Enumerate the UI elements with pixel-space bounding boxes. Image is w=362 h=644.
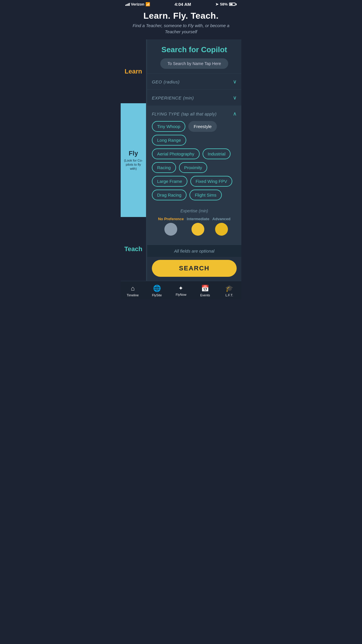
expertise-advanced[interactable]: Advanced <box>212 217 231 236</box>
geo-chevron-down-icon: ∨ <box>233 78 237 85</box>
search-button[interactable]: SEARCH <box>152 260 237 277</box>
main-layout: Learn Fly (Look for Co-pilots to fly wit… <box>121 39 241 281</box>
timeline-label: Timeline <box>127 293 139 297</box>
app-subtitle: Find a Teacher, someone to Fly with, or … <box>126 22 236 35</box>
geo-filter-title: GEO (radius) <box>152 79 180 85</box>
experience-filter-title: EXPERIENCE (min) <box>152 95 194 101</box>
tag-flight-sims[interactable]: Flight Sims <box>189 190 222 200</box>
wifi-icon: 📶 <box>145 2 150 6</box>
expertise-title: Expertise (min) <box>157 208 232 214</box>
bottom-nav: ⌂ Timeline 🌐 FlySite ✦ FlyNow 📅 Events 🎓… <box>121 281 241 299</box>
graduation-icon: 🎓 <box>225 285 233 292</box>
expertise-no-preference[interactable]: No Preference <box>158 217 184 236</box>
tag-industrial[interactable]: Industrial <box>203 148 231 159</box>
header: Learn. Fly. Teach. Find a Teacher, someo… <box>121 8 241 39</box>
nav-lft[interactable]: 🎓 L.F.T. <box>217 284 241 298</box>
status-right: ➤ 58% <box>215 2 237 6</box>
expertise-section: Expertise (min) No Preference Intermedia… <box>152 205 237 240</box>
advanced-toggle[interactable] <box>215 223 228 236</box>
footer-note: All fields are optional <box>147 245 241 257</box>
events-label: Events <box>200 293 210 297</box>
tag-tiny-whoop[interactable]: Tiny Whoop <box>152 121 185 132</box>
status-bar: Verizon 📶 4:04 AM ➤ 58% <box>121 0 241 8</box>
globe-icon: 🌐 <box>153 285 161 292</box>
learn-label: Learn <box>125 68 142 75</box>
sidebar: Learn Fly (Look for Co-pilots to fly wit… <box>121 39 147 281</box>
flying-type-header[interactable]: FLYING TYPE (tap all that apply) ∧ <box>152 111 237 117</box>
expertise-intermediate[interactable]: Intermediate <box>187 217 209 236</box>
battery-percent: 58% <box>220 2 228 6</box>
carrier-label: Verizon <box>131 2 144 6</box>
tag-large-frame[interactable]: Large Frame <box>152 176 187 187</box>
fly-sublabel: (Look for Co-pilots to fly with) <box>123 158 144 171</box>
advanced-label: Advanced <box>212 217 231 221</box>
sidebar-item-fly[interactable]: Fly (Look for Co-pilots to fly with) <box>121 103 147 217</box>
flying-type-section: FLYING TYPE (tap all that apply) ∧ Tiny … <box>147 106 241 245</box>
sidebar-item-learn[interactable]: Learn <box>121 39 147 103</box>
drone-icon: ✦ <box>178 285 183 292</box>
signal-icon <box>125 3 130 6</box>
status-left: Verizon 📶 <box>125 2 150 6</box>
lft-label: L.F.T. <box>225 293 233 297</box>
tag-long-range[interactable]: Long Range <box>152 135 186 146</box>
experience-filter-section: EXPERIENCE (min) ∨ <box>147 90 241 106</box>
expertise-options: No Preference Intermediate Advanced <box>157 217 232 236</box>
fly-label: Fly <box>129 150 138 157</box>
geo-filter-header[interactable]: GEO (radius) ∨ <box>152 78 237 85</box>
intermediate-toggle[interactable] <box>191 223 204 236</box>
tag-freestyle[interactable]: Freestyle <box>188 121 217 132</box>
no-preference-label: No Preference <box>158 217 184 221</box>
nav-events[interactable]: 📅 Events <box>193 284 217 298</box>
tag-proximity[interactable]: Proximity <box>179 162 208 173</box>
location-icon: ➤ <box>215 2 219 6</box>
tag-aerial-photography[interactable]: Aerial Photography <box>152 148 200 159</box>
intermediate-label: Intermediate <box>187 217 209 221</box>
geo-filter-section: GEO (radius) ∨ <box>147 74 241 90</box>
app-title: Learn. Fly. Teach. <box>126 11 236 21</box>
experience-chevron-down-icon: ∨ <box>233 94 237 101</box>
tag-fixed-wing-fpv[interactable]: Fixed Wing FPV <box>190 176 232 187</box>
no-preference-toggle[interactable] <box>164 223 177 236</box>
content-area: Search for Copilot To Search by Name Tap… <box>147 39 241 281</box>
search-title: Search for Copilot <box>152 45 237 54</box>
nav-flynow[interactable]: ✦ FlyNow <box>169 284 193 298</box>
nav-timeline[interactable]: ⌂ Timeline <box>121 284 145 298</box>
flying-type-title: FLYING TYPE (tap all that apply) <box>152 111 217 117</box>
search-by-name-button[interactable]: To Search by Name Tap Here <box>160 58 228 69</box>
tag-drag-racing[interactable]: Drag Racing <box>152 190 187 200</box>
home-icon: ⌂ <box>131 285 135 292</box>
search-section: Search for Copilot To Search by Name Tap… <box>147 39 241 74</box>
flynow-label: FlyNow <box>176 293 187 296</box>
sidebar-item-teach[interactable]: Teach <box>121 217 147 281</box>
tag-racing[interactable]: Racing <box>152 162 176 173</box>
calendar-icon: 📅 <box>201 285 209 292</box>
flying-type-chevron-up-icon: ∧ <box>233 111 237 117</box>
battery-icon <box>229 3 237 6</box>
experience-filter-header[interactable]: EXPERIENCE (min) ∨ <box>152 94 237 101</box>
time-display: 4:04 AM <box>175 2 191 7</box>
teach-label: Teach <box>124 245 143 253</box>
flysite-label: FlySite <box>152 293 162 297</box>
nav-flysite[interactable]: 🌐 FlySite <box>145 284 169 298</box>
flying-type-tags: Tiny Whoop Freestyle Long Range Aerial P… <box>152 121 237 200</box>
